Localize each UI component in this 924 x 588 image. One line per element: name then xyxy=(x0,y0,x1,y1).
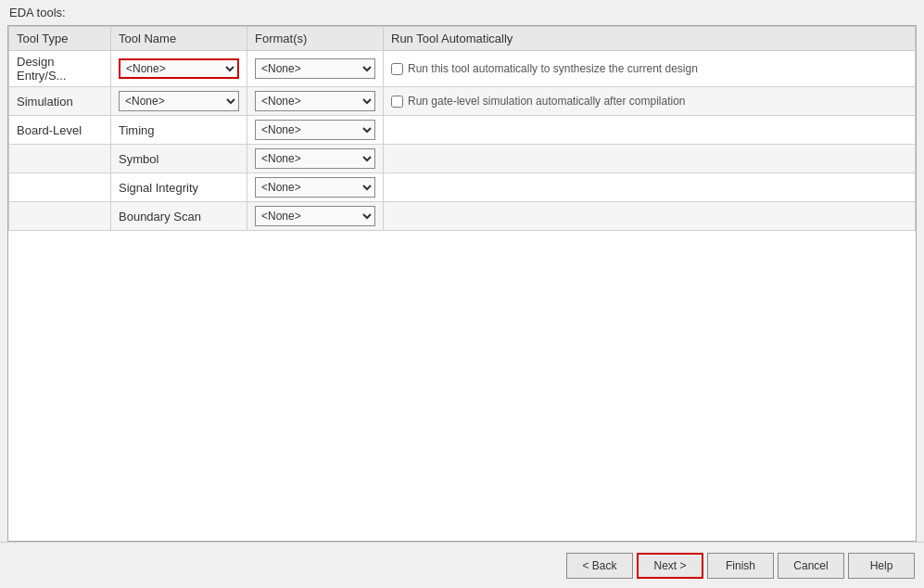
table-row: Boundary Scan<None> xyxy=(9,202,916,231)
run-auto-label[interactable]: Run gate-level simulation automatically … xyxy=(391,95,907,108)
tool-name-cell[interactable]: <None> xyxy=(111,51,247,87)
run-auto-text: Run gate-level simulation automatically … xyxy=(408,95,685,108)
tool-name-cell[interactable]: <None> xyxy=(111,87,247,116)
finish-button[interactable]: Finish xyxy=(707,553,774,579)
tool-type-cell: Simulation xyxy=(9,87,111,116)
format-cell[interactable]: <None> xyxy=(247,87,384,116)
page-header: EDA tools: xyxy=(0,0,924,25)
format-select[interactable]: <None> xyxy=(255,91,375,111)
format-cell[interactable]: <None> xyxy=(247,51,384,87)
eda-table: Tool Type Tool Name Format(s) Run Tool A… xyxy=(8,26,916,231)
next-button[interactable]: Next > xyxy=(637,553,703,579)
table-row: Symbol<None> xyxy=(9,145,916,173)
run-auto-cell xyxy=(384,202,916,231)
run-auto-checkbox[interactable] xyxy=(391,63,403,75)
table-row: Board-LevelTiming<None> xyxy=(9,116,916,145)
cancel-button[interactable]: Cancel xyxy=(778,553,844,579)
help-button[interactable]: Help xyxy=(848,553,915,579)
format-cell[interactable]: <None> xyxy=(247,202,384,231)
run-auto-label[interactable]: Run this tool automatically to synthesiz… xyxy=(391,62,907,75)
tool-name-cell: Symbol xyxy=(111,145,247,173)
col-formats: Format(s) xyxy=(247,27,384,51)
format-select[interactable]: <None> xyxy=(255,206,375,226)
col-run-auto: Run Tool Automatically xyxy=(384,27,916,51)
format-cell[interactable]: <None> xyxy=(247,145,384,173)
format-select[interactable]: <None> xyxy=(255,148,375,169)
tool-type-cell xyxy=(9,202,111,231)
table-row: Design Entry/S...<None><None>Run this to… xyxy=(9,51,916,87)
run-auto-cell xyxy=(384,116,916,145)
run-auto-cell: Run this tool automatically to synthesiz… xyxy=(384,51,916,87)
tool-name-select[interactable]: <None> xyxy=(119,58,239,79)
run-auto-text: Run this tool automatically to synthesiz… xyxy=(408,62,698,75)
tool-name-select[interactable]: <None> xyxy=(119,91,239,111)
tool-type-cell: Design Entry/S... xyxy=(9,51,111,87)
run-auto-cell xyxy=(384,145,916,173)
tool-type-cell xyxy=(9,145,111,173)
format-cell[interactable]: <None> xyxy=(247,116,384,145)
format-cell[interactable]: <None> xyxy=(247,173,384,202)
main-content: Tool Type Tool Name Format(s) Run Tool A… xyxy=(7,25,917,542)
col-tool-name: Tool Name xyxy=(111,27,247,51)
format-select[interactable]: <None> xyxy=(255,120,375,140)
run-auto-checkbox[interactable] xyxy=(391,96,403,108)
back-button[interactable]: < Back xyxy=(566,553,633,579)
tool-name-cell: Boundary Scan xyxy=(111,202,247,231)
empty-area xyxy=(8,231,916,541)
format-select[interactable]: <None> xyxy=(255,177,375,198)
tool-name-cell: Signal Integrity xyxy=(111,173,247,202)
footer: < Back Next > Finish Cancel Help xyxy=(0,542,924,588)
col-tool-type: Tool Type xyxy=(9,27,111,51)
run-auto-cell xyxy=(384,173,916,202)
tool-type-cell: Board-Level xyxy=(9,116,111,145)
table-row: Signal Integrity<None> xyxy=(9,173,916,202)
run-auto-cell: Run gate-level simulation automatically … xyxy=(384,87,916,116)
tool-name-cell: Timing xyxy=(111,116,247,145)
header-label: EDA tools: xyxy=(9,6,66,19)
table-row: Simulation<None><None>Run gate-level sim… xyxy=(9,87,916,116)
format-select[interactable]: <None> xyxy=(255,58,375,79)
tool-type-cell xyxy=(9,173,111,202)
